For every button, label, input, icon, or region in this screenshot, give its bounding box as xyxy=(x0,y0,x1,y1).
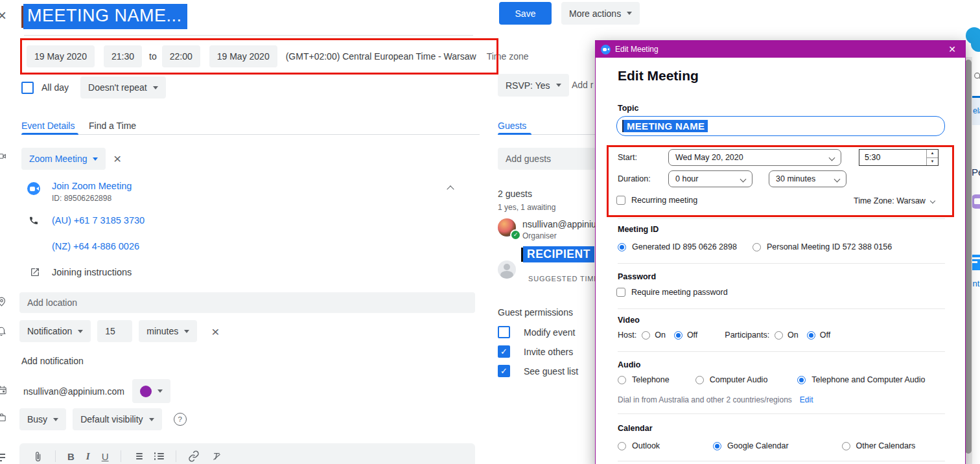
combo-chevron-icon xyxy=(930,198,935,203)
timezone-button[interactable]: Time zone xyxy=(487,51,529,62)
recurring-label: Recurring meeting xyxy=(631,196,697,205)
divider xyxy=(618,351,945,352)
dialog-close-icon[interactable]: ✕ xyxy=(944,44,960,54)
spin-up-icon[interactable]: ▲ xyxy=(927,150,938,158)
phone-nz-link[interactable]: (NZ) +64 4-886 0026 xyxy=(52,241,139,251)
bold-button[interactable]: B xyxy=(67,451,75,462)
dropdown-arrow-icon xyxy=(53,418,58,421)
topic-input[interactable]: MEETING NAME xyxy=(616,116,945,136)
recipient-field[interactable]: RECIPIENT xyxy=(523,246,594,262)
spin-down-icon[interactable]: ▼ xyxy=(927,158,938,166)
event-title-input[interactable]: MEETING NAME... xyxy=(23,4,187,29)
start-date-button[interactable]: 19 May 2020 xyxy=(27,45,95,67)
insert-link-button[interactable] xyxy=(188,450,200,462)
page-scrollbar-thumb[interactable] xyxy=(965,60,972,454)
tab-event-details[interactable]: Event Details xyxy=(21,121,75,131)
related-tab-partial[interactable]: ela xyxy=(972,96,980,125)
dialog-title: Edit Meeting xyxy=(615,45,659,54)
notification-type-dropdown[interactable]: Notification xyxy=(19,320,91,342)
invite-others-checkbox[interactable]: ✓ xyxy=(498,345,510,358)
require-password-checkbox[interactable] xyxy=(616,288,625,297)
color-swatch xyxy=(140,386,152,397)
people-heading-partial: Pe xyxy=(972,167,980,178)
busy-dropdown[interactable]: Busy xyxy=(19,408,66,430)
duration-hour-combo[interactable]: 0 hour xyxy=(668,170,752,187)
add-notification-button[interactable]: Add notification xyxy=(21,356,84,366)
save-button[interactable]: Save xyxy=(499,2,552,25)
help-icon[interactable]: ? xyxy=(174,413,187,426)
audio-both-radio[interactable] xyxy=(797,376,806,384)
join-zoom-meeting-link[interactable]: Join Zoom Meeting xyxy=(52,181,132,191)
collapse-chevron-icon[interactable] xyxy=(447,185,454,192)
participants-on-radio[interactable] xyxy=(775,331,783,340)
add-partial-text[interactable]: Add r xyxy=(572,80,593,90)
title-underline xyxy=(24,35,473,36)
more-actions-dropdown[interactable]: More actions xyxy=(561,2,640,25)
underline-button[interactable]: U xyxy=(102,451,109,462)
audio-telephone-radio[interactable] xyxy=(618,376,626,384)
combo-chevron-icon xyxy=(740,176,747,182)
rsvp-dropdown[interactable]: RSVP: Yes xyxy=(498,74,569,97)
attach-icon[interactable] xyxy=(32,451,43,462)
repeat-dropdown[interactable]: Doesn't repeat xyxy=(80,76,166,99)
joining-instructions-link[interactable]: Joining instructions xyxy=(52,267,132,277)
guests-active-tab-underline xyxy=(498,133,531,135)
remove-notification-icon[interactable]: × xyxy=(211,325,219,338)
host-off-radio[interactable] xyxy=(674,331,682,340)
dropdown-arrow-icon xyxy=(627,12,632,15)
search-icon[interactable] xyxy=(973,71,980,82)
calendar-other-radio[interactable] xyxy=(842,442,850,450)
end-date-button[interactable]: 19 May 2020 xyxy=(209,45,277,67)
video-camera-icon xyxy=(0,151,8,161)
active-tab-underline xyxy=(21,133,78,135)
conferencing-dropdown[interactable]: Zoom Meeting xyxy=(21,148,106,170)
spinner-buttons[interactable]: ▲ ▼ xyxy=(926,150,938,165)
add-guests-input[interactable]: Add guests xyxy=(498,148,603,170)
host-on-radio[interactable] xyxy=(642,331,650,340)
end-time-button[interactable]: 22:00 xyxy=(162,45,200,67)
permission-label: Modify event xyxy=(524,327,575,338)
bell-icon xyxy=(0,325,7,337)
calendar-other-label: Other Calendars xyxy=(856,441,916,450)
audio-computer-radio[interactable] xyxy=(695,376,704,384)
participants-off-radio[interactable] xyxy=(807,331,815,340)
topic-label: Topic xyxy=(618,104,638,113)
generated-id-radio[interactable] xyxy=(618,243,626,251)
open-in-new-icon xyxy=(30,267,40,277)
dropdown-arrow-icon xyxy=(78,330,83,333)
numbered-list-button[interactable] xyxy=(133,451,143,461)
start-time-spinner[interactable]: 5:30 ▲ ▼ xyxy=(859,149,939,166)
password-title: Password xyxy=(618,272,656,281)
see-guest-list-checkbox[interactable]: ✓ xyxy=(498,365,510,377)
suggested-times-button[interactable]: SUGGESTED TIMES xyxy=(528,275,605,283)
all-day-checkbox[interactable] xyxy=(21,82,34,94)
visibility-dropdown[interactable]: Default visibility xyxy=(73,408,161,430)
tab-guests[interactable]: Guests xyxy=(498,121,526,131)
recurring-checkbox[interactable] xyxy=(616,196,625,205)
location-input[interactable]: Add location xyxy=(19,292,475,313)
notification-unit-dropdown[interactable]: minutes xyxy=(139,320,197,342)
dropdown-arrow-icon xyxy=(158,389,163,393)
dialog-titlebar[interactable]: Edit Meeting ✕ xyxy=(596,41,965,58)
remove-conferencing-icon[interactable]: × xyxy=(113,152,121,165)
phone-au-link[interactable]: (AU) +61 7 3185 3730 xyxy=(52,215,145,226)
italic-button[interactable]: I xyxy=(86,451,90,462)
calendar-icon xyxy=(0,384,8,396)
notification-value-input[interactable]: 15 xyxy=(97,320,132,342)
bulleted-list-button[interactable] xyxy=(154,451,164,461)
dial-in-edit-link[interactable]: Edit xyxy=(800,395,813,404)
tab-find-a-time[interactable]: Find a Time xyxy=(89,121,136,131)
personal-id-radio[interactable] xyxy=(752,243,761,251)
duration-minutes-combo[interactable]: 30 minutes xyxy=(769,170,846,187)
modify-event-checkbox[interactable] xyxy=(498,326,510,338)
start-time-button[interactable]: 21:30 xyxy=(104,45,142,67)
start-date-combo[interactable]: Wed May 20, 2020 xyxy=(668,149,841,166)
timezone-dropdown[interactable]: Time Zone: Warsaw xyxy=(854,196,926,205)
calendar-outlook-radio[interactable] xyxy=(618,442,626,450)
calendar-google-radio[interactable] xyxy=(713,442,721,450)
close-event-icon[interactable]: × xyxy=(0,8,6,23)
event-color-dropdown[interactable] xyxy=(132,379,170,403)
dial-in-text: Dial in from Australia and other 2 count… xyxy=(618,395,792,404)
clear-formatting-button[interactable] xyxy=(211,451,222,462)
host-label: Host: xyxy=(618,331,636,340)
